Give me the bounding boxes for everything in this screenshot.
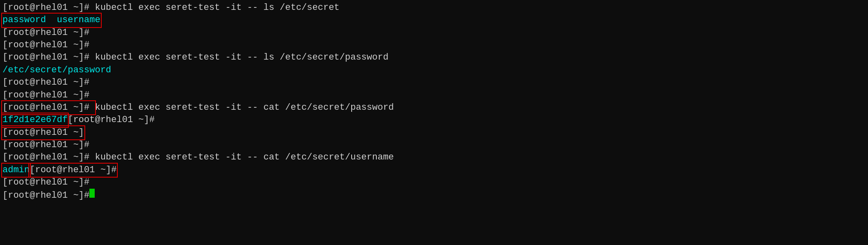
line-11: [root@rhel01 ~] — [2, 127, 866, 139]
prompt-4: [root@rhel01 ~]# — [2, 39, 89, 51]
output-password-value: 1f2d1e2e67df — [2, 114, 68, 126]
line-3: [root@rhel01 ~]# — [2, 27, 866, 39]
line-5: [root@rhel01 ~]# kubectl exec seret-test… — [2, 51, 866, 64]
prompt-9-highlighted: [root@rhel01 ~]# — [2, 102, 95, 114]
prompt-8: [root@rhel01 ~]# — [2, 89, 89, 102]
prompt-12: [root@rhel01 ~]# — [2, 139, 89, 151]
line-1: [root@rhel01 ~]# kubectl exec seret-test… — [2, 2, 866, 14]
prompt-16: [root@rhel01 ~]# — [2, 190, 89, 202]
line-12: [root@rhel01 ~]# — [2, 139, 866, 151]
line-16: [root@rhel01 ~]# — [2, 189, 866, 202]
cmd-1: kubectl exec seret-test -it -- ls /etc/s… — [95, 2, 339, 14]
output-username-value: admin — [2, 164, 30, 176]
cmd-9: kubectl exec seret-test -it -- cat /etc/… — [95, 102, 394, 114]
prompt-11-highlighted: [root@rhel01 ~] — [2, 127, 84, 139]
line-13: [root@rhel01 ~]# kubectl exec seret-test… — [2, 151, 866, 164]
line-7: [root@rhel01 ~]# — [2, 76, 866, 89]
line-4: [root@rhel01 ~]# — [2, 39, 866, 51]
prompt-13: [root@rhel01 ~]# — [2, 151, 95, 164]
prompt-3: [root@rhel01 ~]# — [2, 27, 89, 39]
cmd-5: kubectl exec seret-test -it -- ls /etc/s… — [95, 51, 388, 64]
line-15: [root@rhel01 ~]# — [2, 176, 866, 189]
output-path: /etc/secret/password — [2, 64, 111, 76]
prompt-7: [root@rhel01 ~]# — [2, 76, 89, 89]
output-secrets-list: password username — [2, 14, 100, 26]
line-9: [root@rhel01 ~]# kubectl exec seret-test… — [2, 102, 866, 114]
line-2-output: password username — [2, 14, 866, 26]
prompt-14-highlighted: [root@rhel01 ~]# — [30, 164, 117, 176]
cmd-13: kubectl exec seret-test -it -- cat /etc/… — [95, 151, 394, 164]
line-14: admin [root@rhel01 ~]# — [2, 164, 866, 176]
terminal-cursor — [89, 189, 95, 198]
line-10: 1f2d1e2e67df [root@rhel01 ~]# — [2, 114, 866, 126]
line-6-output: /etc/secret/password — [2, 64, 866, 76]
prompt-5: [root@rhel01 ~]# — [2, 51, 95, 64]
line-8: [root@rhel01 ~]# — [2, 89, 866, 102]
terminal-window: [root@rhel01 ~]# kubectl exec seret-test… — [0, 0, 868, 204]
prompt-10: [root@rhel01 ~]# — [68, 114, 154, 126]
prompt-1: [root@rhel01 ~]# — [2, 2, 95, 14]
prompt-15: [root@rhel01 ~]# — [2, 176, 89, 189]
